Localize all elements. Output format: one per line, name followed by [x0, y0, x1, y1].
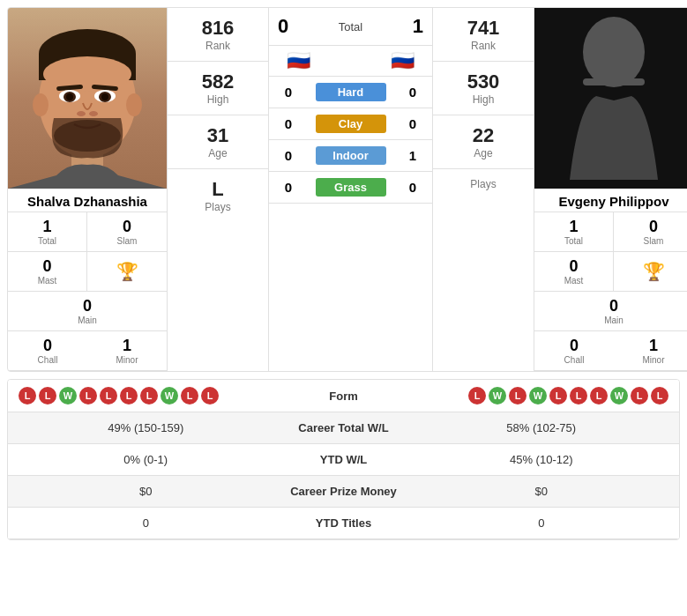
- form-badge: L: [509, 387, 526, 404]
- right-flag: 🇷🇺: [391, 49, 414, 72]
- svg-rect-19: [583, 78, 645, 85]
- right-rank-row: 741 Rank: [433, 8, 534, 62]
- main-container: Shalva Dzhanashia 1 Total 0 Slam 0 Mast …: [0, 7, 687, 540]
- right-total-score: 1: [413, 15, 423, 38]
- form-badge: L: [120, 387, 138, 404]
- left-player-photo: [8, 8, 167, 189]
- clay-score-left: 0: [278, 116, 299, 131]
- stat-left-val: 0: [19, 516, 273, 530]
- right-mast-cell: 0 Mast: [534, 252, 614, 292]
- indoor-badge: Indoor: [316, 146, 386, 165]
- svg-point-16: [89, 111, 98, 116]
- form-badge: L: [651, 387, 668, 404]
- right-plays-row: Plays: [433, 169, 534, 199]
- left-player-name: Shalva Dzhanashia: [8, 189, 167, 212]
- right-age-row: 22 Age: [433, 115, 534, 169]
- left-mast-cell: 0 Mast: [8, 252, 87, 292]
- left-minor-cell: 1 Minor: [87, 331, 167, 371]
- form-badge: W: [161, 387, 178, 404]
- left-form-badges: LLWLLLLWLL: [19, 387, 291, 404]
- indoor-row: 0 Indoor 1: [269, 140, 432, 172]
- stat-middle-label: YTD Titles: [273, 516, 414, 530]
- form-badge: L: [570, 387, 587, 404]
- svg-point-4: [43, 56, 131, 92]
- stat-middle-label: Career Prize Money: [273, 485, 414, 498]
- hard-score-right: 0: [402, 85, 423, 100]
- left-total-score: 0: [278, 15, 288, 38]
- form-badge: L: [631, 387, 648, 404]
- stat-middle-label: YTD W/L: [273, 453, 414, 466]
- svg-point-18: [583, 17, 645, 87]
- form-row: LLWLLLLWLL Form LWLWLLLWLL: [8, 380, 679, 412]
- svg-point-5: [33, 93, 49, 116]
- left-flag: 🇷🇺: [287, 49, 310, 72]
- right-form-badges: LWLWLLLWLL: [397, 387, 669, 404]
- form-badge: L: [140, 387, 158, 404]
- right-trophy: 🏆: [614, 252, 687, 292]
- form-badge: W: [610, 387, 628, 404]
- left-trophy: 🏆: [87, 252, 167, 292]
- right-total-cell: 1 Total: [534, 212, 614, 252]
- stat-right-val: $0: [414, 485, 669, 498]
- center-match-col: 0 Total 1 🇷🇺 🇷🇺 0 Hard 0 0: [268, 8, 433, 371]
- stat-left-val: 49% (150-159): [19, 421, 273, 434]
- flags-row: 🇷🇺 🇷🇺: [269, 46, 432, 77]
- surface-rows: 0 Hard 0 0 Clay 0 0 Indoor 1: [269, 77, 432, 204]
- svg-point-15: [77, 111, 86, 116]
- left-high-row: 582 High: [168, 62, 268, 115]
- left-rank-row: 816 Rank: [168, 8, 268, 62]
- left-slam-cell: 0 Slam: [87, 212, 167, 252]
- right-slam-cell: 0 Slam: [614, 212, 687, 252]
- stat-left-val: $0: [19, 485, 273, 498]
- right-main-cell: 0 Main: [534, 292, 687, 331]
- stat-data-row: $0 Career Prize Money $0: [8, 476, 679, 508]
- left-chall-cell: 0 Chall: [8, 331, 87, 371]
- hard-score-left: 0: [278, 85, 299, 100]
- form-badge: L: [201, 387, 219, 404]
- svg-point-13: [66, 93, 73, 100]
- right-chall-cell: 0 Chall: [534, 331, 614, 371]
- bottom-section: LLWLLLLWLL Form LWLWLLLWLL 49% (150-159)…: [7, 379, 680, 540]
- hard-badge: Hard: [316, 83, 386, 101]
- form-badge: W: [529, 387, 547, 404]
- right-photo-bg: [534, 8, 687, 189]
- form-badge: W: [489, 387, 506, 404]
- clay-row: 0 Clay 0: [269, 108, 432, 140]
- top-card: Shalva Dzhanashia 1 Total 0 Slam 0 Mast …: [7, 7, 687, 372]
- stat-right-val: 58% (102-75): [414, 421, 669, 434]
- left-total-cell: 1 Total: [8, 212, 87, 252]
- stat-right-val: 45% (10-12): [414, 453, 669, 466]
- svg-point-6: [126, 93, 142, 116]
- grass-row: 0 Grass 0: [269, 172, 432, 204]
- indoor-score-left: 0: [278, 148, 299, 163]
- form-badge: L: [19, 387, 36, 404]
- clay-score-right: 0: [402, 116, 423, 131]
- form-badge: W: [59, 387, 77, 404]
- right-rank-col: 741 Rank 530 High 22 Age Plays: [433, 8, 534, 371]
- form-badge: L: [468, 387, 486, 404]
- right-minor-cell: 1 Minor: [614, 331, 687, 371]
- stat-left-val: 0% (0-1): [19, 453, 273, 466]
- right-player-photo: [534, 8, 687, 189]
- form-badge: L: [181, 387, 198, 404]
- grass-badge: Grass: [316, 178, 386, 197]
- trophy-icon-right: 🏆: [643, 261, 665, 282]
- stat-middle-label: Career Total W/L: [273, 421, 414, 434]
- clay-badge: Clay: [316, 115, 386, 133]
- form-badge: L: [590, 387, 608, 404]
- left-player-column: Shalva Dzhanashia 1 Total 0 Slam 0 Mast …: [8, 8, 167, 371]
- indoor-score-right: 1: [402, 148, 423, 163]
- trophy-icon-left: 🏆: [116, 261, 138, 282]
- left-rank-col: 816 Rank 582 High 31 Age L Plays: [167, 8, 268, 371]
- right-high-row: 530 High: [433, 62, 534, 115]
- total-row: 0 Total 1: [269, 8, 432, 46]
- form-badge: L: [79, 387, 97, 404]
- form-badge: L: [39, 387, 56, 404]
- bottom-stats: 49% (150-159) Career Total W/L 58% (102-…: [8, 412, 679, 539]
- right-player-name: Evgeny Philippov: [534, 189, 687, 212]
- svg-point-14: [101, 93, 108, 100]
- left-photo-bg: [8, 8, 167, 189]
- right-player-stats: 1 Total 0 Slam 0 Mast 🏆 0 Main: [534, 212, 687, 371]
- form-badge: L: [100, 387, 117, 404]
- stat-data-row: 49% (150-159) Career Total W/L 58% (102-…: [8, 412, 679, 444]
